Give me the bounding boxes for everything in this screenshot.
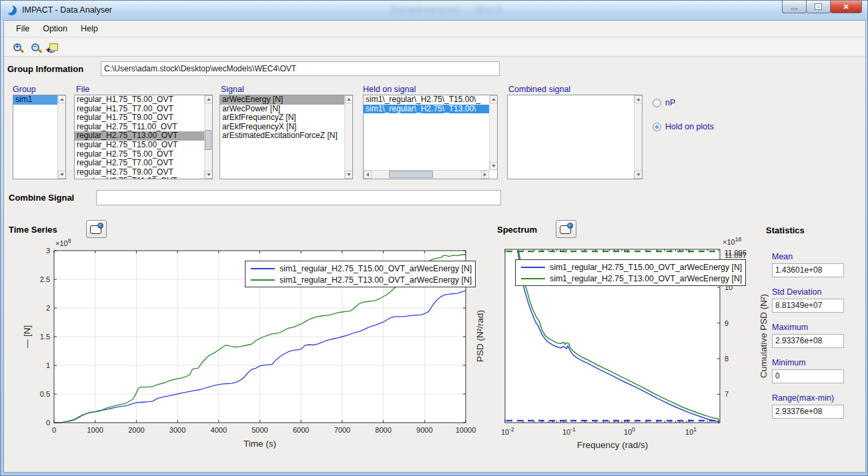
scroll-up-button[interactable] [345, 95, 353, 103]
scrollbar[interactable] [489, 95, 497, 170]
scrollbar[interactable] [57, 95, 65, 179]
list-item[interactable]: arEkfFrequencyZ [N] [220, 113, 344, 123]
radio-selected-icon[interactable] [653, 123, 661, 131]
svg-text:0.5: 0.5 [40, 390, 50, 398]
data-cursor-button[interactable] [45, 40, 61, 55]
maximize-button[interactable] [806, 1, 831, 13]
svg-text:3000: 3000 [169, 426, 185, 434]
list-item[interactable]: arWecEnergy [N] [220, 95, 344, 105]
legend-line-sample [521, 267, 545, 268]
list-item[interactable]: sim1 [13, 95, 57, 105]
legend-label: sim1_regular_H2.75_T13.00_OVT_arWecEnerg… [550, 274, 742, 283]
legend-entry: sim1_regular_H2.75_T13.00_OVT_arWecEnerg… [516, 273, 742, 284]
combined-signal-listbox[interactable] [507, 95, 642, 179]
spectrum-legend[interactable]: sim1_regular_H2.75_T15.00_OVT_arWecEnerg… [515, 259, 746, 286]
legend-entry: sim1_regular_H2.75_T13.00_OVT_arWecEnerg… [246, 274, 472, 285]
scroll-thumb[interactable] [205, 130, 211, 150]
stat-value-box[interactable]: 2.93376e+08 [772, 405, 844, 419]
scroll-up-button[interactable] [634, 95, 642, 103]
file-listbox[interactable]: regular_H1.75_T5.00_OVTregular_H1.75_T7.… [74, 95, 213, 179]
radio-np[interactable]: nP [653, 98, 675, 107]
svg-text:4000: 4000 [211, 426, 227, 434]
menu-item-option[interactable]: Option [36, 22, 74, 35]
list-item[interactable]: regular_H3.75_T11.00_OVT [75, 177, 204, 179]
radio-unselected-icon[interactable] [653, 99, 661, 107]
svg-text:9: 9 [725, 319, 729, 327]
zoom-in-icon: + [13, 43, 21, 51]
window-title: IMPACT - Data Analyser [22, 5, 112, 15]
menu-item-help[interactable]: Help [74, 22, 105, 35]
scrollbar[interactable] [634, 95, 642, 179]
list-item[interactable]: regular_H2.75_T15.00_OVT [75, 141, 204, 150]
menubar: FileOptionHelp [4, 21, 865, 37]
scroll-down-button[interactable] [205, 171, 213, 179]
zoom-out-icon: − [31, 43, 39, 51]
list-item[interactable]: sim1\_regular\_H2.75\_T15.00\_ [364, 95, 489, 105]
scroll-down-button[interactable] [345, 171, 353, 179]
svg-text:10-2: 10-2 [501, 426, 514, 436]
list-item[interactable]: regular_H2.75_T9.00_OVT [75, 168, 204, 177]
group-path-input[interactable] [101, 61, 500, 76]
group-listbox[interactable]: sim1 [13, 95, 66, 179]
stat-value-box[interactable]: 2.93376e+08 [772, 334, 844, 348]
svg-text:0: 0 [52, 426, 56, 434]
scrollbar[interactable] [344, 95, 352, 179]
svg-text:Frequency (rad/s): Frequency (rad/s) [577, 440, 648, 450]
held-signal-listbox[interactable]: sim1\_regular\_H2.75\_T15.00\_sim1\_regu… [363, 95, 498, 179]
radio-hold-on-plots[interactable]: Hold on plots [653, 122, 714, 131]
close-button[interactable]: ✕ [830, 1, 862, 13]
list-item[interactable]: regular_H2.75_T5.00_OVT [75, 150, 204, 159]
stat-value-box[interactable]: 0 [772, 369, 844, 383]
svg-text:Cumulative PSD (N²): Cumulative PSD (N²) [759, 294, 769, 378]
scroll-down-button[interactable] [58, 171, 66, 179]
zoom-in-button[interactable]: + [9, 40, 25, 55]
minimize-button[interactable] [782, 1, 807, 13]
menu-item-file[interactable]: File [9, 22, 36, 35]
scroll-up-button[interactable] [205, 95, 213, 103]
stat-label: Minimum [772, 358, 845, 367]
legend-entry: sim1_regular_H2.75_T15.00_OVT_arWecEnerg… [516, 261, 742, 273]
scroll-left-button[interactable] [364, 171, 372, 179]
signal-list-label: Signal [221, 85, 244, 94]
list-item[interactable]: arEstimatedExcitationForceZ [N] [220, 131, 344, 141]
svg-text:×108: ×108 [55, 237, 71, 247]
list-item[interactable]: regular_H2.75_T11.00_OVT [75, 123, 204, 132]
legend-line-sample [521, 278, 545, 279]
titlebar[interactable]: IMPACT - Data Analyser DataAnalyser - Wo… [1, 1, 867, 20]
list-item[interactable]: arEkfFrequencyX [N] [220, 123, 344, 132]
legend-label: sim1_regular_H2.75_T13.00_OVT_arWecEnerg… [280, 275, 472, 285]
stat-value-box[interactable]: 1.43601e+08 [772, 263, 844, 277]
stat-value-box[interactable]: 8.81349e+07 [772, 299, 844, 313]
list-item[interactable]: regular_H2.75_T7.00_OVT [75, 159, 204, 168]
time-series-label: Time Series [9, 225, 57, 235]
list-item[interactable]: regular_H1.75_T5.00_OVT [75, 95, 204, 105]
list-item[interactable]: regular_H2.75_T13.00_OVT [75, 131, 204, 141]
group-list-label: Group [13, 85, 36, 94]
scroll-down-button[interactable] [490, 162, 498, 170]
combine-signal-input[interactable] [96, 190, 501, 205]
list-item[interactable]: arWecPower [N] [220, 105, 344, 114]
scroll-right-button[interactable] [481, 171, 489, 179]
signal-listbox[interactable]: arWecEnergy [N]arWecPower [N]arEkfFreque… [220, 95, 353, 179]
legend-entry: sim1_regular_H2.75_T15.00_OVT_arWecEnerg… [246, 263, 472, 274]
scrollbar[interactable] [204, 95, 212, 179]
scroll-up-button[interactable] [490, 95, 498, 103]
horizontal-scrollbar[interactable] [364, 170, 489, 179]
stat-minimum: Minimum0 [772, 358, 845, 383]
list-item[interactable]: regular_H1.75_T7.00_OVT [75, 105, 204, 114]
scroll-up-button[interactable] [58, 95, 66, 103]
list-item[interactable]: regular_H1.75_T9.00_OVT [75, 113, 204, 123]
svg-text:Time (s): Time (s) [244, 439, 276, 449]
stat-label: Std Deviation [772, 287, 845, 297]
minimize-icon [791, 8, 797, 10]
list-item[interactable]: sim1\_regular\_H2.75\_T13.00\ [364, 105, 489, 114]
scroll-thumb[interactable] [389, 171, 433, 178]
svg-text:6000: 6000 [293, 426, 309, 434]
time-series-legend[interactable]: sim1_regular_H2.75_T15.00_OVT_arWecEnerg… [245, 261, 476, 287]
radio-label: Hold on plots [665, 122, 714, 131]
background-window-ghost-title: DataAnalyser - Word [391, 4, 503, 15]
svg-text:5000: 5000 [252, 426, 268, 434]
close-icon: ✕ [843, 3, 849, 11]
zoom-out-button[interactable]: − [27, 40, 43, 55]
scroll-down-button[interactable] [634, 171, 642, 179]
